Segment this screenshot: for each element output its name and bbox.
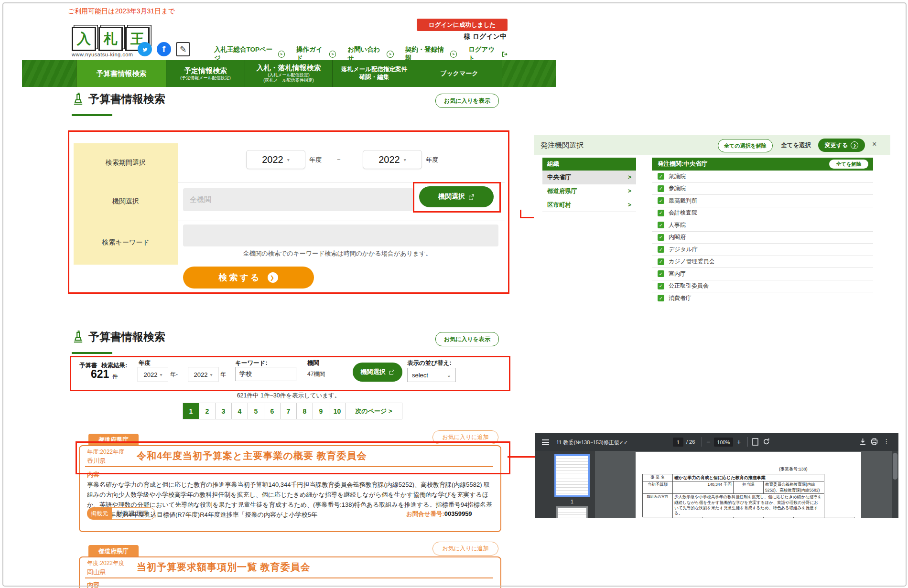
page-button[interactable]: 3 [215, 403, 232, 419]
page-button[interactable]: 6 [264, 403, 281, 419]
twitter-icon[interactable] [138, 42, 152, 56]
tab-sublabel: 確認・編集 [359, 74, 389, 81]
pdf-thumbnail-page2[interactable] [556, 506, 588, 518]
pdf-doc-table: 事 業 名 確かな学力の育成と個に応じた教育の推進事業 当初予算額 140,34… [642, 474, 854, 518]
pdf-page-input[interactable]: 1 [673, 438, 683, 447]
fit-page-icon[interactable] [752, 438, 758, 446]
agency-row[interactable]: ✓参議院 [652, 183, 873, 195]
page-button-current[interactable]: 1 [183, 403, 199, 419]
card-title-link[interactable]: 当初予算要求額事項別一覧 教育委員会 [137, 561, 311, 574]
screenshot-canvas: ご利用可能日は2023年3月31日まで 入 札 王 www.nyusatsu-k… [0, 0, 908, 588]
page-button[interactable]: 9 [313, 403, 329, 419]
show-favorites-button[interactable]: お気に入りを表示 [435, 94, 499, 108]
tab-schedule-search[interactable]: 予定情報検索 (予定情報メール配信設定) [166, 60, 245, 87]
apply-change-button[interactable]: 変更する ❯ [818, 139, 865, 152]
page-button[interactable]: 8 [296, 403, 313, 419]
agency-row[interactable]: ✓公正取引委員会 [652, 280, 873, 293]
keyword-input[interactable] [183, 225, 498, 246]
agency-row[interactable]: ✓人事院 [652, 219, 873, 232]
doc-cell-label: 取組みの方向 [643, 494, 673, 517]
pdf-scrollbar[interactable] [892, 451, 898, 518]
agency-label: 内閣府 [669, 233, 686, 241]
circle-arrow-icon: > [329, 51, 336, 58]
tab-budget-doc-search[interactable]: 予算書情報検索 [76, 60, 166, 87]
add-favorite-button[interactable]: お気に入りに追加 [432, 542, 498, 556]
page-button[interactable]: 10 [329, 403, 346, 419]
checkbox-checked-icon[interactable]: ✓ [658, 210, 664, 216]
agency-row[interactable]: ✓最高裁判所 [652, 195, 873, 207]
sort-select[interactable]: select⌄ [407, 368, 456, 382]
pdf-zoom-level[interactable]: 100% [714, 438, 733, 447]
annotation-box-org-button [413, 182, 501, 213]
pdf-scrollbar-thumb[interactable] [893, 453, 897, 480]
org-item-municipalities[interactable]: 区市町村> [542, 198, 636, 212]
page-button[interactable]: 7 [280, 403, 297, 419]
circle-arrow-icon: > [450, 51, 457, 58]
section-title-text: 予算書情報検索 [88, 92, 165, 107]
note-pen-icon[interactable]: ✎ [176, 42, 190, 56]
pdf-page: (事業番号:138) 事 業 名 確かな学力の育成と個に応じた教育の推進事業 当… [636, 452, 861, 518]
circle-arrow-icon: ❯ [268, 272, 278, 283]
checkbox-checked-icon[interactable]: ✓ [658, 270, 664, 277]
checkbox-checked-icon[interactable]: ✓ [658, 283, 664, 289]
zoom-in-icon[interactable]: + [737, 438, 741, 446]
checkbox-checked-icon[interactable]: ✓ [658, 222, 664, 228]
checkbox-checked-icon[interactable]: ✓ [658, 197, 664, 204]
year-to-select[interactable]: 2022▾ [363, 150, 422, 169]
result-year-from-select[interactable]: 2022▾ [138, 367, 168, 382]
tab-mail-designated-cases[interactable]: 落札メール配信指定案件 確認・編集 [332, 60, 416, 87]
year-from-select[interactable]: 2022▾ [246, 150, 305, 169]
pdf-doc-ref: (事業番号:138) [779, 466, 808, 472]
page-button[interactable]: 5 [248, 403, 264, 419]
agency-row[interactable]: ✓宮内庁 [652, 268, 873, 280]
search-submit-button[interactable]: 検索する ❯ [183, 267, 314, 289]
checkbox-checked-icon[interactable]: ✓ [658, 295, 664, 301]
title-underline [72, 352, 112, 354]
show-favorites-button[interactable]: お気に入りを表示 [435, 332, 499, 346]
clear-all-selections-button[interactable]: 全ての選択を解除 [718, 139, 773, 152]
org-item-prefectures[interactable]: 都道府県庁> [542, 184, 636, 198]
agency-row[interactable]: ✓デジタル庁 [652, 244, 873, 256]
next-page-button[interactable]: 次のページ > [345, 403, 402, 419]
result-count-unit: 件 [112, 373, 118, 380]
checkbox-checked-icon[interactable]: ✓ [658, 185, 664, 192]
menu-icon[interactable] [542, 438, 549, 447]
doc-header-cell: R4年度 進捗率 [824, 517, 854, 518]
doc-cell-dept: 教育委員会義務教育課(内線5252)、高校教育課(内線5582) [763, 481, 824, 494]
page-button[interactable]: 2 [199, 403, 216, 419]
logout-icon [502, 51, 508, 57]
org-input[interactable]: 全機関 [183, 188, 413, 211]
agency-row[interactable]: ✓消費者庁 [652, 292, 873, 302]
agency-list-header: 発注機関:中央省庁 全てを解除 [652, 158, 873, 171]
result-year-to-select[interactable]: 2022▾ [188, 367, 218, 382]
page-button[interactable]: 4 [231, 403, 248, 419]
download-icon[interactable] [859, 438, 866, 445]
more-options-icon[interactable]: ⋮ [883, 438, 890, 445]
checkbox-checked-icon[interactable]: ✓ [658, 173, 664, 180]
agency-row[interactable]: ✓会計検査院 [652, 207, 873, 220]
select-all-button[interactable]: 全てを選択 [781, 141, 811, 150]
pdf-thumbnail-page1[interactable] [554, 454, 590, 497]
source-label-badge: 掲載元 [87, 507, 112, 520]
zoom-out-icon[interactable]: − [706, 438, 710, 446]
agency-row[interactable]: ✓内閣府 [652, 232, 873, 244]
checkbox-checked-icon[interactable]: ✓ [658, 246, 664, 253]
tab-bid-result-search[interactable]: 入札・落札情報検索 (入札メール配信設定) (落札メール配信案件指定) [245, 60, 332, 87]
circle-arrow-icon: ❯ [851, 141, 858, 149]
login-status: 様 ログイン中 [363, 32, 507, 41]
result-keyword-input[interactable]: 学校 [235, 367, 296, 381]
inquiry-value: 00359959 [444, 510, 472, 517]
agency-row[interactable]: ✓カジノ管理委員会 [652, 256, 873, 268]
org-item-central-gov[interactable]: 中央省庁> [542, 171, 636, 184]
facebook-icon[interactable]: f [157, 42, 171, 56]
agency-row[interactable]: ✓衆議院 [652, 171, 873, 183]
result-org-select-button[interactable]: 機関選択 [353, 363, 402, 382]
checkbox-checked-icon[interactable]: ✓ [658, 258, 664, 265]
print-icon[interactable] [871, 438, 878, 445]
close-icon[interactable]: × [872, 140, 876, 149]
tab-bookmark[interactable]: ブックマーク [416, 60, 502, 87]
rotate-icon[interactable] [763, 438, 770, 445]
thumbnail-page-number: 1 [554, 499, 590, 504]
deselect-all-button[interactable]: 全てを解除 [829, 160, 868, 169]
checkbox-checked-icon[interactable]: ✓ [658, 234, 664, 241]
